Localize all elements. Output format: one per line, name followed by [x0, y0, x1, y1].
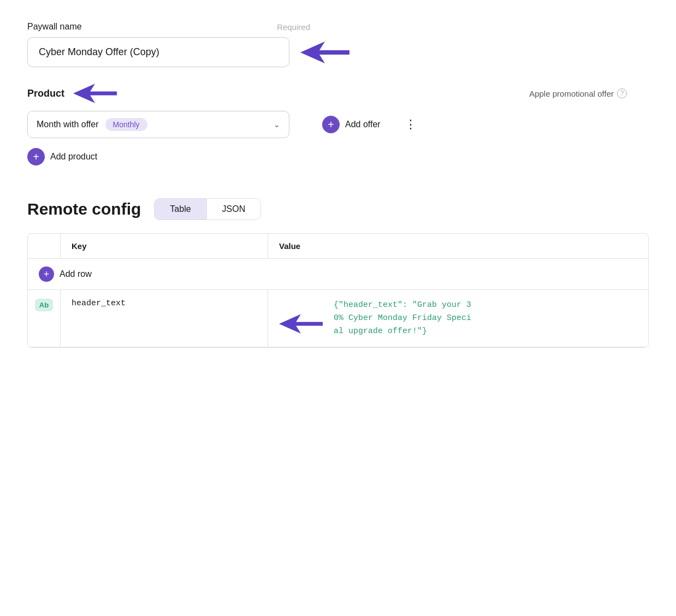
more-options-icon[interactable]: ⋮ [400, 115, 421, 134]
svg-marker-0 [300, 42, 349, 63]
tab-json[interactable]: JSON [207, 199, 261, 220]
paywall-name-input[interactable] [27, 37, 289, 67]
product-select[interactable]: Month with offer Monthly ⌄ [27, 111, 289, 138]
tab-group: Table JSON [154, 198, 261, 220]
row-key-cell[interactable]: header_text [61, 290, 268, 347]
paywall-name-input-row [27, 37, 649, 67]
col-value-header: Value [268, 234, 648, 258]
config-table: Key Value + Add row Ab header_text [27, 233, 649, 348]
add-offer-button[interactable]: + Add offer [322, 116, 381, 133]
add-product-label: Add product [50, 152, 97, 162]
tab-table[interactable]: Table [155, 199, 206, 220]
product-name: Month with offer [37, 120, 99, 129]
arrow-to-value [279, 314, 323, 334]
table-header-row: Key Value [28, 234, 648, 259]
product-controls-row: Month with offer Monthly ⌄ + Add offer ⋮ [27, 111, 649, 138]
add-offer-icon: + [322, 116, 340, 133]
row-value-text[interactable]: {"header_text": "Grab your 30% Cyber Mon… [334, 299, 471, 338]
add-row-row[interactable]: + Add row [28, 259, 648, 290]
remote-config-section: Remote config Table JSON Key Value + Add… [27, 198, 649, 348]
svg-marker-1 [73, 84, 117, 103]
product-label: Product [27, 88, 64, 99]
product-header-row: Product Apple promotional offer ? [27, 84, 649, 103]
remote-config-title: Remote config [27, 200, 141, 218]
apple-offer-text: Apple promotional offer [529, 89, 614, 98]
row-type-icon-cell: Ab [28, 290, 61, 347]
value-content-row: {"header_text": "Grab your 30% Cyber Mon… [279, 299, 637, 338]
ab-badge: Ab [35, 299, 53, 311]
col-key-header: Key [61, 234, 268, 258]
row-key-text: header_text [72, 299, 126, 308]
monthly-badge: Monthly [105, 118, 147, 131]
paywall-name-section: Paywall name Required [27, 22, 649, 67]
add-product-row[interactable]: + Add product [27, 148, 649, 165]
add-row-label: Add row [60, 269, 92, 279]
apple-offer-label: Apple promotional offer ? [529, 88, 627, 98]
add-offer-label: Add offer [345, 120, 381, 129]
paywall-name-label: Paywall name [27, 22, 82, 32]
chevron-down-icon: ⌄ [274, 120, 280, 129]
arrow-to-input [300, 42, 349, 63]
svg-marker-2 [279, 314, 323, 334]
add-product-icon: + [27, 148, 45, 165]
col-icon-header [28, 234, 61, 258]
offer-section: + Add offer ⋮ [322, 115, 649, 134]
help-icon[interactable]: ? [617, 88, 627, 98]
required-label: Required [277, 22, 310, 32]
row-value-cell: {"header_text": "Grab your 30% Cyber Mon… [268, 290, 648, 347]
paywall-name-label-row: Paywall name Required [27, 22, 649, 32]
product-label-group: Product [27, 84, 117, 103]
table-row: Ab header_text {"header_text": "Grab you… [28, 290, 648, 347]
remote-config-header: Remote config Table JSON [27, 198, 649, 220]
arrow-to-product [73, 84, 117, 103]
add-row-icon: + [39, 266, 54, 282]
product-section: Product Apple promotional offer ? Month … [27, 84, 649, 165]
